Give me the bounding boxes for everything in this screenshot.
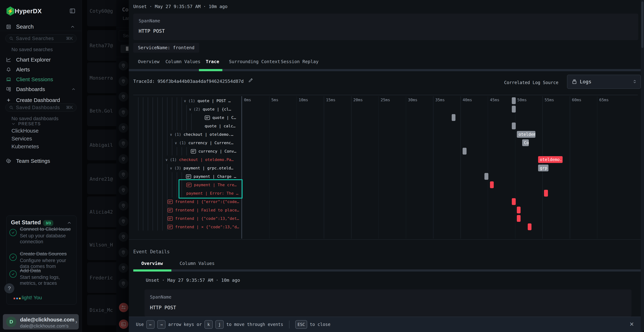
location-pin-icon[interactable]	[118, 92, 128, 102]
session-list-item[interactable]: Frederic	[87, 262, 128, 293]
tree-scrollbar[interactable]	[241, 96, 242, 238]
session-search-input[interactable]: Sea	[119, 30, 129, 41]
session-list-item[interactable]: Abbigail	[87, 130, 128, 160]
span-duration-bar[interactable]	[528, 224, 532, 230]
session-action-button[interactable]	[120, 45, 129, 53]
span-duration-bar[interactable]: oteldemo.	[538, 156, 562, 163]
session-list-item[interactable]: Dixie_Mc	[87, 294, 128, 326]
location-pin-icon[interactable]	[118, 139, 128, 148]
preset-item-clickhouse[interactable]: ClickHouse	[12, 128, 39, 134]
chevron-down-icon[interactable]: ∨	[170, 132, 172, 137]
location-pin-icon[interactable]	[118, 154, 128, 164]
tab-session-replay[interactable]: Session Replay	[281, 59, 318, 64]
session-list-item[interactable]: Coty60@g	[87, 0, 128, 26]
location-pin-icon[interactable]	[118, 170, 128, 180]
servicename-chip[interactable]: ServiceName: frontend	[133, 43, 199, 52]
span-duration-bar[interactable]: grp	[538, 164, 548, 171]
location-pin-icon[interactable]	[118, 216, 128, 226]
sidebar-section-search[interactable]: Search	[6, 23, 76, 30]
trace-tree-row[interactable]: ∨(1)checkout | oteldemo.Pa…	[166, 156, 236, 164]
trace-tree-row[interactable]: ∨(2)quote | {cl…	[189, 105, 233, 114]
span-duration-bar[interactable]	[462, 148, 466, 154]
span-duration-bar[interactable]	[484, 173, 488, 180]
span-duration-bar[interactable]	[490, 182, 494, 188]
keycap-→[interactable]: →	[157, 320, 166, 329]
presets-toggle[interactable]: PRESETS	[12, 121, 41, 126]
tab-trace[interactable]: Trace	[206, 59, 219, 64]
sidebar-item-dashboards[interactable]: Dashboards	[0, 84, 82, 94]
tab-overview[interactable]: Overview	[138, 59, 160, 64]
session-list-item[interactable]: Andre21@	[87, 164, 128, 194]
get-started-item[interactable]: Connect to ClickHouseSet up your databas…	[10, 226, 74, 245]
chevron-down-icon[interactable]: ∨	[166, 158, 168, 162]
sidebar-item-client-sessions[interactable]: Client Sessions	[0, 74, 82, 84]
saved-searches-input[interactable]: Saved Searches ⌘K	[5, 34, 76, 42]
keycap-←[interactable]: ←	[146, 320, 154, 329]
keycap-j[interactable]: j	[216, 320, 224, 329]
location-pin-icon[interactable]	[118, 61, 128, 70]
trace-tree-row[interactable]: frontend | Failed to place…	[168, 206, 241, 214]
preset-item-services[interactable]: Services	[12, 136, 32, 142]
span-duration-bar[interactable]	[544, 190, 548, 196]
location-pin-icon[interactable]	[118, 185, 128, 195]
trace-tree-row[interactable]: ∨(1)quote | POST …	[184, 96, 232, 105]
span-duration-bar[interactable]	[517, 206, 520, 214]
location-pin-icon[interactable]	[118, 263, 128, 273]
chevron-up-icon[interactable]	[72, 87, 76, 91]
tab-column-values[interactable]: Column Values	[166, 59, 200, 64]
close-icon[interactable]: ✕	[630, 320, 634, 328]
event-details-tab-column-values[interactable]: Column Values	[180, 261, 215, 266]
saved-dashboards-input[interactable]: Saved Dashboards ⌘K	[5, 104, 76, 112]
network-swap-icon[interactable]	[119, 303, 128, 312]
span-duration-bar[interactable]	[512, 106, 516, 112]
location-pin-icon[interactable]	[118, 76, 128, 86]
span-duration-bar[interactable]: Co	[522, 139, 529, 146]
session-list-item[interactable]: Monserra	[87, 62, 128, 93]
log-source-select[interactable]: Logs	[567, 75, 641, 89]
trace-tree-row[interactable]: ∨(1)checkout | oteldemo.…	[170, 130, 235, 139]
session-list-item[interactable]: Wilson_H	[87, 229, 128, 260]
trace-tree-row[interactable]: frontend | {"code":13,"det…	[168, 214, 241, 223]
preset-item-kubernetes[interactable]: Kubernetes	[12, 144, 39, 150]
location-pin-icon[interactable]	[118, 123, 128, 133]
chevron-up-icon[interactable]	[67, 221, 72, 225]
span-duration-bar[interactable]	[452, 114, 456, 121]
trace-tree-row[interactable]: ∨(3)payment | grpc.oteld…	[170, 164, 235, 172]
span-duration-bar[interactable]	[512, 122, 516, 129]
get-started-item[interactable]: Add DataStart sending logs, metrics, or …	[10, 268, 74, 286]
user-menu[interactable]: D dale@clickhouse.com dale@clickhouse.co…	[3, 314, 79, 330]
session-list-item[interactable]: Alicia42	[87, 196, 128, 227]
location-pin-icon[interactable]	[118, 248, 128, 257]
location-pin-icon[interactable]	[118, 201, 128, 210]
get-started-item[interactable]: Create Data SourcesConfigure where your …	[10, 251, 74, 270]
chevron-down-icon[interactable]: ∨	[189, 107, 191, 112]
event-details-tab-overview[interactable]: Overview	[141, 261, 163, 266]
drawer-scrollbar-track[interactable]	[641, 0, 644, 332]
sidebar-item-alerts[interactable]: Alerts	[0, 64, 82, 74]
terminal-icon[interactable]	[119, 320, 128, 329]
trace-tree-row[interactable]: quote | C…	[205, 114, 238, 122]
location-pin-icon[interactable]	[118, 232, 128, 242]
edit-pencil-icon[interactable]	[248, 77, 254, 83]
session-list-item[interactable]: Beth.Gol	[87, 95, 128, 126]
collapse-sidebar-icon[interactable]	[70, 8, 76, 14]
trace-tree-row[interactable]: currency | Conv…	[191, 147, 238, 156]
keycap-ESC[interactable]: ESC	[295, 320, 307, 329]
trace-tree-row[interactable]: ∨(1)currency | Currenc…	[175, 139, 235, 147]
sidebar-item-chart-explorer[interactable]: Chart Explorer	[0, 55, 82, 64]
location-pin-icon[interactable]	[118, 108, 128, 117]
span-duration-bar[interactable]	[517, 215, 520, 222]
span-duration-bar[interactable]	[512, 97, 516, 104]
keycap-k[interactable]: k	[204, 320, 213, 329]
chevron-down-icon[interactable]: ∨	[170, 166, 172, 170]
chevron-down-icon[interactable]: ∨	[175, 141, 177, 145]
chevron-down-icon[interactable]: ∨	[184, 99, 186, 103]
tab-surrounding-context[interactable]: Surrounding Context	[229, 59, 280, 64]
span-duration-bar[interactable]	[512, 198, 516, 205]
trace-tree-row[interactable]: quote | calc…	[205, 122, 237, 130]
help-button[interactable]: ?	[4, 283, 14, 293]
drawer-scrollbar-thumb[interactable]	[641, 2, 644, 48]
span-duration-bar[interactable]: oteldemo.	[517, 131, 536, 138]
trace-tree-row[interactable]: frontend | × {"code":13,"d…	[168, 223, 241, 231]
location-pin-icon[interactable]	[118, 279, 128, 288]
